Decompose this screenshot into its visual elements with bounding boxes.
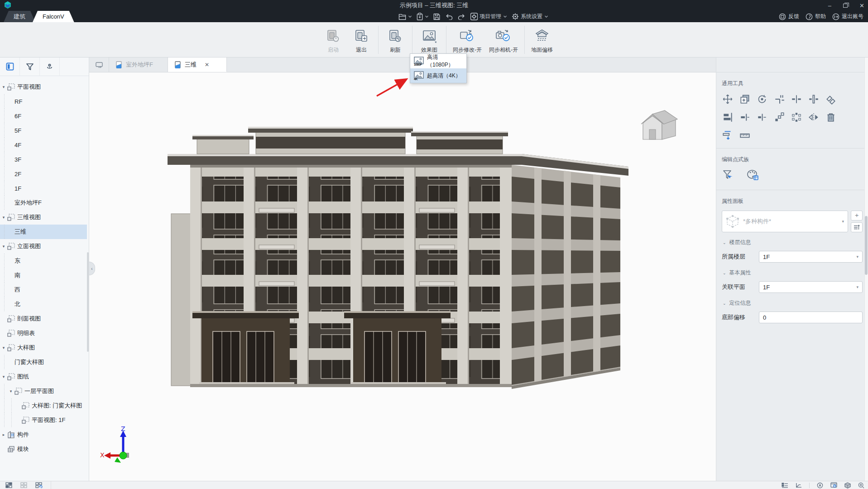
window-cascade-icon[interactable]	[5, 482, 12, 488]
tree-chevron-expanded-icon[interactable]: ▾	[0, 374, 7, 379]
undo-button[interactable]	[445, 14, 453, 20]
maximize-button[interactable]	[843, 4, 848, 8]
copy-icon[interactable]	[739, 93, 756, 105]
tree-chevron-collapsed-icon[interactable]: ▸	[0, 432, 7, 437]
project-management-menu[interactable]: 项目管理	[470, 13, 507, 20]
filter-icon[interactable]	[20, 58, 40, 76]
tree-item[interactable]: 模块	[0, 442, 87, 456]
measure-icon[interactable]	[739, 129, 756, 142]
trim-single-icon[interactable]	[791, 93, 808, 105]
help-button[interactable]: 帮助	[806, 13, 826, 20]
offset-icon[interactable]	[722, 129, 739, 142]
tree-item[interactable]: 2F	[0, 167, 87, 181]
tree-chevron-expanded-icon[interactable]: ▾	[0, 85, 7, 89]
redo-button[interactable]	[457, 14, 465, 20]
tree-chevron-expanded-icon[interactable]: ▾	[0, 244, 7, 249]
open-file-button[interactable]	[398, 13, 412, 20]
render-image-button[interactable]: 效果图	[415, 25, 443, 55]
sync-camera-toggle[interactable]: 同步相机-开	[485, 25, 522, 55]
tree-item[interactable]: 三维	[0, 225, 87, 239]
sidebar-collapse-handle[interactable]: ‹	[89, 262, 95, 275]
tree-chevron-expanded-icon[interactable]: ▾	[7, 389, 14, 393]
sync-modify-toggle[interactable]: 同步修改-开	[449, 25, 485, 55]
bottom-offset-input[interactable]: 0	[759, 312, 863, 323]
tree-item[interactable]: 5F	[0, 123, 87, 138]
window-tile-icon[interactable]	[20, 482, 27, 488]
tree-item[interactable]: ▾大样图	[0, 340, 87, 355]
dropdown-item-4k[interactable]: 4K 超高清（4K）	[410, 68, 466, 83]
section-basic-props[interactable]: ⌄ 基本属性	[723, 269, 863, 277]
add-type-button[interactable]: ＋	[851, 211, 863, 221]
trim-corner-icon[interactable]	[773, 93, 791, 105]
tree-item[interactable]: 北	[0, 297, 87, 312]
tree-item[interactable]: 大样图: 门窗大样图	[0, 398, 87, 413]
locate-icon[interactable]	[40, 58, 60, 76]
tree-item[interactable]: ▸构件	[0, 427, 87, 442]
panel-toggle-icon[interactable]	[0, 58, 20, 76]
tree-item[interactable]: ▾三维视图	[0, 210, 87, 225]
tree-item[interactable]: 1F	[0, 181, 87, 196]
array-radial-icon[interactable]	[791, 111, 808, 124]
tree-item[interactable]: 东	[0, 254, 87, 268]
split-icon[interactable]	[808, 93, 825, 105]
panel-scrollbar[interactable]	[864, 58, 868, 481]
shaded-cube-icon[interactable]	[844, 482, 851, 489]
align-mid-icon[interactable]	[756, 111, 773, 124]
move-icon[interactable]	[722, 93, 739, 105]
refresh-button[interactable]: 刷新	[381, 25, 409, 55]
properties-list-icon[interactable]	[782, 483, 788, 488]
sidebar-scrollbar[interactable]	[87, 252, 89, 352]
view-tab-3d[interactable]: 三维 ✕	[168, 58, 227, 72]
delete-icon[interactable]	[825, 111, 842, 124]
floor-select[interactable]: 1F▾	[759, 251, 863, 263]
tree-item[interactable]: RF	[0, 94, 87, 109]
dropdown-item-1080p[interactable]: 1080P 高清（1080P）	[410, 54, 466, 68]
window-gauge-icon[interactable]	[830, 482, 837, 488]
mirror-icon[interactable]	[808, 111, 825, 124]
ribbon-tab-architecture[interactable]: 建筑	[4, 11, 35, 22]
tree-item[interactable]: 门窗大样图	[0, 355, 87, 369]
tree-item[interactable]: 平面视图: 1F	[0, 413, 87, 427]
tree-item[interactable]: 西	[0, 283, 87, 297]
tree-item[interactable]: ▾立面视图	[0, 239, 87, 254]
tree-item[interactable]: 南	[0, 268, 87, 283]
corner-angle-icon[interactable]	[796, 483, 802, 488]
sort-properties-button[interactable]	[851, 222, 863, 232]
view-tab-site[interactable]: 室外地坪F	[109, 58, 168, 72]
filter-select-icon[interactable]	[722, 169, 739, 182]
tree-item[interactable]: 4F	[0, 138, 87, 152]
tree-chevron-expanded-icon[interactable]: ▾	[0, 215, 7, 220]
section-floor-info[interactable]: ⌄ 楼层信息	[723, 239, 863, 246]
switch-view-icon[interactable]	[89, 58, 109, 72]
tree-item[interactable]: ▾平面视图	[0, 80, 87, 94]
ribbon-tab-falconv[interactable]: FalconV	[33, 11, 74, 22]
zoom-fit-icon[interactable]	[858, 482, 864, 489]
tree-item[interactable]: 剖面视图	[0, 312, 87, 326]
tree-item[interactable]: ▾图纸	[0, 369, 87, 384]
tree-item[interactable]: 明细表	[0, 326, 87, 340]
tree-item[interactable]: 6F	[0, 109, 87, 123]
new-project-button[interactable]	[416, 13, 428, 20]
tree-chevron-expanded-icon[interactable]: ▾	[0, 345, 7, 350]
rotate-icon[interactable]	[756, 93, 773, 105]
close-button[interactable]: ✕	[859, 2, 864, 9]
window-restore-icon[interactable]	[35, 482, 43, 488]
type-selector[interactable]: *多种构件* ▾	[722, 211, 848, 232]
feedback-button[interactable]: 反馈	[779, 13, 799, 20]
exit-button[interactable]: 退出	[347, 25, 375, 55]
close-tab-icon[interactable]: ✕	[205, 62, 209, 68]
save-button[interactable]	[433, 13, 440, 20]
house-widget-icon[interactable]	[637, 104, 680, 146]
tree-item[interactable]: 室外地坪F	[0, 196, 87, 210]
section-position-info[interactable]: ⌄ 定位信息	[723, 299, 863, 307]
tree-item[interactable]: 3F	[0, 152, 87, 167]
match-icon[interactable]	[825, 93, 842, 105]
array-icon[interactable]	[773, 111, 791, 124]
align-icon[interactable]	[722, 111, 739, 124]
logout-button[interactable]: 退出账号	[832, 13, 863, 20]
tree-item[interactable]: ▾一层平面图	[0, 384, 87, 398]
plane-select[interactable]: 1F▾	[759, 281, 863, 293]
ground-offset-button[interactable]: 地面偏移	[528, 25, 556, 55]
material-edit-icon[interactable]	[746, 169, 763, 182]
system-settings-menu[interactable]: 系统设置	[511, 13, 548, 20]
